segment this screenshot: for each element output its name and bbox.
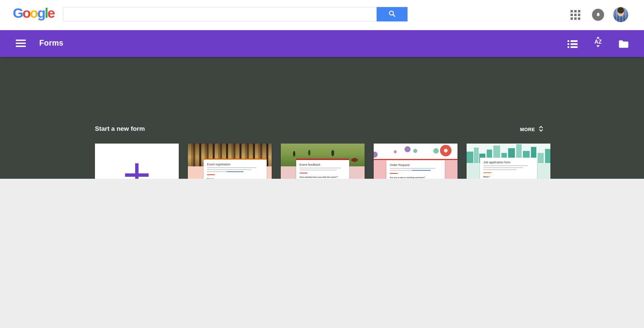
search-icon — [388, 10, 396, 19]
folder-icon[interactable] — [618, 38, 629, 50]
app-bar: Forms AZ — [0, 30, 644, 57]
main-menu-icon[interactable] — [16, 40, 26, 49]
user-avatar[interactable] — [613, 7, 628, 22]
sort-az-icon[interactable]: AZ — [592, 36, 604, 48]
google-forms-home: Google Forms AZ Start a new form — [0, 0, 644, 328]
search-input[interactable] — [63, 7, 377, 21]
app-title: Forms — [39, 39, 63, 48]
sort-up-arrow — [596, 37, 600, 39]
bell-icon — [595, 12, 601, 18]
google-logo[interactable]: Google — [13, 5, 54, 21]
floral-banner — [374, 144, 458, 159]
templates-section: Start a new form MORE Blank Event regi — [0, 57, 644, 179]
chevron-up-down-icon — [539, 125, 543, 133]
search-button[interactable] — [377, 7, 408, 21]
notifications-bell-icon[interactable] — [592, 9, 604, 21]
templates-section-title: Start a new form — [95, 125, 145, 132]
top-bar: Google — [0, 0, 644, 30]
recent-forms-section: Recent forms Owned by anyone Stuff and o… — [0, 179, 644, 328]
apps-grid-icon[interactable] — [571, 10, 580, 20]
sort-down-arrow — [596, 45, 600, 47]
list-view-icon[interactable] — [567, 38, 578, 50]
more-templates-button[interactable]: MORE — [520, 125, 543, 133]
